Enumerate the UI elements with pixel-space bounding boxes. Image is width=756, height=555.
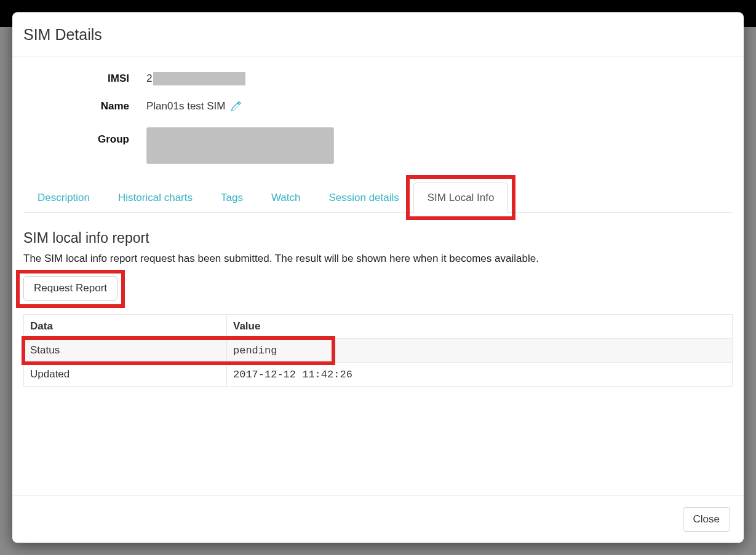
- local-info-description: The SIM local info report request has be…: [23, 253, 733, 265]
- close-button[interactable]: Close: [683, 507, 730, 532]
- table-row-status: Status pending: [24, 339, 733, 363]
- col-value: Value: [227, 315, 733, 339]
- table-row-updated: Updated 2017-12-12 11:42:26: [24, 363, 733, 387]
- table-header-row: Data Value: [24, 315, 733, 339]
- local-info-table: Data Value Status pending Updated 2017-1…: [23, 314, 733, 387]
- imsi-redacted: [153, 72, 245, 85]
- tab-description[interactable]: Description: [23, 183, 104, 213]
- request-report-wrap: Request Report: [23, 276, 117, 301]
- modal-title: SIM Details: [23, 26, 728, 44]
- group-value: [146, 127, 334, 164]
- imsi-row: IMSI 2: [23, 72, 733, 85]
- status-value: pending: [227, 339, 733, 363]
- imsi-value: 2: [146, 72, 245, 85]
- pencil-icon: [231, 101, 242, 112]
- name-value-wrap: Plan01s test SIM: [146, 100, 242, 112]
- imsi-value-prefix: 2: [146, 73, 152, 85]
- tab-session-details[interactable]: Session details: [314, 183, 413, 213]
- modal-footer: Close: [12, 495, 744, 543]
- tab-tags[interactable]: Tags: [207, 183, 257, 213]
- modal-header: SIM Details: [12, 12, 744, 57]
- request-report-button[interactable]: Request Report: [23, 276, 117, 301]
- col-data: Data: [24, 315, 227, 339]
- tab-sim-local-info[interactable]: SIM Local Info: [413, 183, 509, 213]
- edit-name-icon[interactable]: [231, 101, 242, 112]
- group-label: Group: [23, 127, 146, 146]
- name-label: Name: [23, 100, 146, 112]
- updated-label: Updated: [24, 363, 227, 387]
- name-value: Plan01s test SIM: [146, 100, 226, 112]
- group-row: Group: [23, 127, 733, 164]
- name-row: Name Plan01s test SIM: [23, 100, 733, 112]
- modal-body: IMSI 2 Name Plan01s test SIM Group: [12, 57, 744, 495]
- status-label: Status: [24, 339, 227, 363]
- imsi-label: IMSI: [23, 73, 146, 85]
- updated-value: 2017-12-12 11:42:26: [227, 363, 733, 387]
- sim-details-modal: SIM Details IMSI 2 Name Plan01s test SIM: [12, 12, 744, 543]
- tab-historical-charts[interactable]: Historical charts: [104, 183, 207, 213]
- tab-watch[interactable]: Watch: [257, 183, 315, 213]
- local-info-heading: SIM local info report: [23, 230, 733, 246]
- tabs: Description Historical charts Tags Watch…: [23, 183, 733, 213]
- group-redacted: [146, 127, 334, 164]
